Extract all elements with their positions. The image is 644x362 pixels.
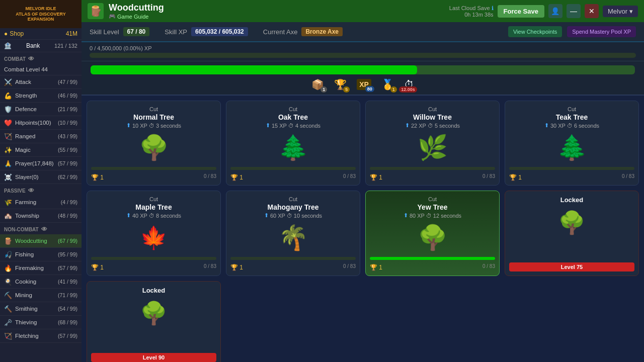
close-button[interactable]: ✕ (585, 4, 599, 18)
card-progress-willow (370, 167, 495, 170)
user-menu-button[interactable]: Melvor ▾ (603, 6, 638, 17)
ranged-icon: 🏹 (4, 132, 12, 140)
shop-item[interactable]: ● Shop 41M (0, 28, 82, 40)
sidebar-item-prayer[interactable]: 🙏Prayer(17,848) (57 / 99) (0, 157, 82, 170)
cloud-save-info: Last Cloud Save ℹ 0h 13m 38s (449, 5, 494, 18)
minus-button[interactable]: — (567, 4, 581, 18)
sidebar-item-thieving[interactable]: 🗝️Thieving (68 / 99) (0, 316, 82, 329)
sidebar-item-fletching[interactable]: 🏹Fletching (57 / 99) (0, 329, 82, 343)
spend-mastery-button[interactable]: Spend Mastery Pool XP (567, 26, 636, 37)
card-mastery-oak: 0 / 83 (343, 173, 356, 179)
sidebar-item-smithing[interactable]: 🔨Smithing (54 / 99) (0, 302, 82, 316)
bank-icon: 🏦 (4, 42, 12, 49)
card-progress-maple (91, 257, 216, 260)
card-trophy-normal: 🏆 1 (91, 174, 104, 181)
card-progress-yew (370, 257, 495, 260)
locked-level-bar-1: Level 75 (509, 262, 634, 272)
skill-level-group: Skill Level 67 / 80 (90, 27, 149, 36)
sidebar-item-farming[interactable]: 🌾Farming (4 / 99) (0, 196, 82, 209)
sidebar-item-woodcutting[interactable]: 🪵Woodcutting (67 / 99) (0, 234, 82, 248)
bank-value: 121 / 132 (54, 43, 77, 49)
sidebar-item-township[interactable]: 🏘️Township (48 / 99) (0, 209, 82, 223)
card-action-teak: Cut (568, 106, 576, 112)
user-label: Melvor (608, 8, 627, 15)
card-mastery-normal: 0 / 83 (204, 173, 216, 179)
sidebar-item-strength[interactable]: 💪Strength (46 / 99) (0, 89, 82, 103)
thieving-icon: 🗝️ (4, 318, 12, 326)
action-progress-bar-outer (91, 65, 635, 74)
passive-section-header: PASSIVE 👁 (0, 184, 82, 196)
prayer-icon: 🙏 (4, 159, 12, 167)
card-xp-maple: ⬆40 XP ⏱ 8 seconds (126, 212, 181, 219)
willow-tree-image: 🌿 (417, 132, 449, 164)
game-guide-link[interactable]: 🎮 Game Guide (109, 13, 164, 20)
card-xp-teak: ⬆30 XP ⏱ 6 seconds (544, 122, 599, 129)
tree-card-oak[interactable]: Cut Oak Tree ⬆15 XP ⏱ 4 seconds 🌲 🏆 1 0 … (226, 101, 360, 186)
strength-icon: 💪 (4, 92, 12, 100)
tree-card-normal[interactable]: Cut Normal Tree ⬆10 XP ⏱ 3 seconds 🌳 🏆 1… (87, 101, 221, 186)
card-name-normal: Normal Tree (133, 113, 174, 121)
tree-card-willow[interactable]: Cut Willow Tree ⬆22 XP ⏱ 5 seconds 🌿 🏆 1… (365, 101, 500, 186)
card-xp-yew: ⬆80 XP ⏱ 12 seconds (404, 212, 461, 219)
trophy-clock: ⏱ 12.00s (404, 79, 414, 90)
gold-amount: 41M (66, 30, 77, 37)
card-bottom-yew: 🏆 1 0 / 83 (370, 263, 495, 271)
card-name-teak: Teak Tree (556, 113, 588, 121)
view-checkpoints-button[interactable]: View Checkpoints (508, 26, 562, 37)
card-trophy-mahogany: 🏆 1 (230, 264, 243, 271)
slayer-icon: ☠️ (4, 173, 12, 181)
sidebar-item-firemaking[interactable]: 🔥Firemaking (57 / 99) (0, 261, 82, 275)
sidebar-item-attack[interactable]: ⚔️Attack (47 / 99) (0, 75, 82, 89)
card-mastery-yew: 0 / 83 (482, 263, 495, 269)
card-progress-teak (509, 167, 634, 170)
card-bottom-oak: 🏆 1 0 / 83 (230, 173, 356, 181)
logo: MELVOR IDLE ATLAS OF DISCOVERY EXPANSION (0, 0, 82, 28)
bank-item[interactable]: 🏦 Bank 121 / 132 (0, 40, 82, 52)
person-icon-button[interactable]: 👤 (548, 4, 562, 18)
smithing-icon: 🔨 (4, 305, 12, 313)
locked-label-1: Locked (560, 196, 584, 204)
shop-label: Shop (10, 30, 24, 37)
mining-icon: ⛏️ (4, 291, 12, 299)
card-trophy-oak: 🏆 1 (230, 174, 243, 181)
magic-icon: ✨ (4, 146, 12, 154)
card-action-oak: Cut (289, 106, 297, 112)
cooking-icon: 🍳 (4, 278, 12, 286)
sidebar-item-magic[interactable]: ✨Magic (55 / 99) (0, 143, 82, 157)
trophy-chest: 📦 1 (311, 78, 324, 90)
tree-card-yew[interactable]: Cut Yew Tree ⬆80 XP ⏱ 12 seconds 🌳 🏆 1 0… (365, 191, 500, 276)
sidebar-item-slayer[interactable]: ☠️Slayer(0) (62 / 99) (0, 170, 82, 184)
yew-tree-image: 🌳 (417, 222, 449, 254)
card-progress-mahogany (230, 257, 356, 260)
card-bottom-willow: 🏆 1 0 / 83 (370, 173, 495, 181)
tree-card-maple[interactable]: Cut Maple Tree ⬆40 XP ⏱ 8 seconds 🍁 🏆 1 … (87, 191, 221, 276)
chevron-down-icon: ▾ (629, 8, 633, 15)
card-action-normal: Cut (149, 106, 158, 112)
teak-tree-image: 🌲 (556, 132, 588, 164)
sidebar-item-hitpoints[interactable]: ❤️Hitpoints(100) (10 / 99) (0, 116, 82, 130)
sidebar-item-fishing[interactable]: 🎣Fishing (95 / 99) (0, 248, 82, 261)
card-mastery-teak: 0 / 83 (622, 173, 634, 179)
skill-level-label: Skill Level (90, 28, 119, 36)
tree-card-locked-1: Locked 🌳 Level 75 (505, 191, 639, 276)
sidebar-item-cooking[interactable]: 🍳Cooking (41 / 99) (0, 275, 82, 289)
sidebar: MELVOR IDLE ATLAS OF DISCOVERY EXPANSION… (0, 0, 82, 362)
sidebar-item-mining[interactable]: ⛏️Mining (71 / 99) (0, 289, 82, 302)
trophy-icons-row: 📦 1 🏆 5 XP 80 🥇 1 ⏱ 12.00s (311, 78, 414, 90)
force-save-button[interactable]: Force Save (498, 5, 544, 18)
combat-level-label: Combat Level 44 (4, 66, 48, 72)
sidebar-item-defence[interactable]: 🛡️Defence (21 / 99) (0, 103, 82, 116)
normal-tree-image: 🌳 (138, 132, 170, 164)
tree-card-teak[interactable]: Cut Teak Tree ⬆30 XP ⏱ 6 seconds 🌲 🏆 1 0… (505, 101, 639, 186)
skill-stat-buttons: View Checkpoints Spend Mastery Pool XP (508, 26, 636, 37)
hitpoints-icon: ❤️ (4, 119, 12, 127)
farming-icon: 🌾 (4, 198, 12, 206)
card-progress-oak (230, 167, 356, 170)
current-axe-group: Current Axe Bronze Axe (263, 27, 343, 36)
trophy-bar: 📦 1 🏆 5 XP 80 🥇 1 ⏱ 12.00s (82, 61, 644, 96)
tree-card-mahogany[interactable]: Cut Mahogany Tree ⬆60 XP ⏱ 10 seconds 🌴 … (226, 191, 360, 276)
main-content: 🪵 Woodcutting 🎮 Game Guide Last Cloud Sa… (82, 0, 644, 362)
locked-tree-image-2: 🌳 (138, 297, 170, 329)
card-bottom-mahogany: 🏆 1 0 / 83 (230, 263, 356, 271)
sidebar-item-ranged[interactable]: 🏹Ranged (43 / 99) (0, 130, 82, 143)
